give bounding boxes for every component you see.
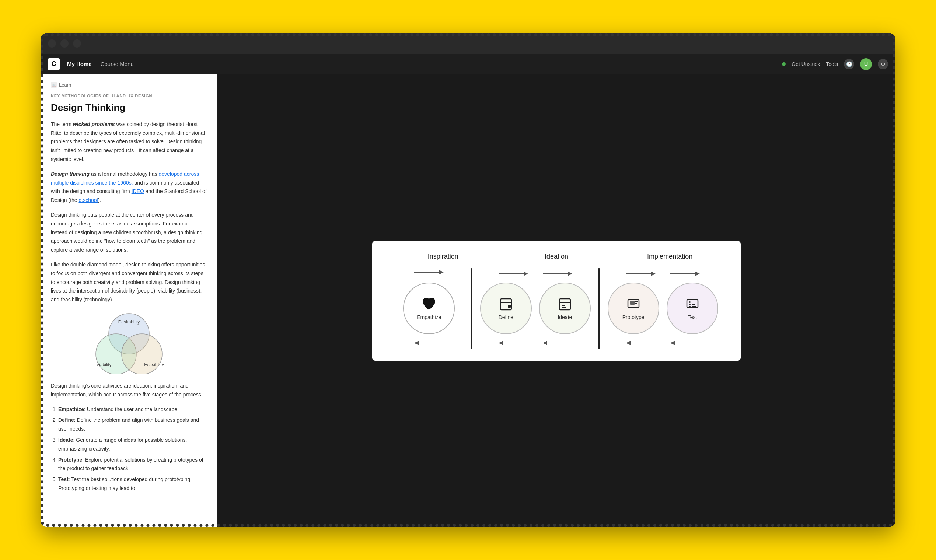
svg-marker-41 bbox=[626, 341, 631, 345]
traffic-light-1[interactable] bbox=[48, 39, 56, 48]
col-title-inspiration: Inspiration bbox=[387, 253, 499, 260]
ideation-circles: Define Ideate bbox=[480, 283, 591, 334]
svg-rect-16 bbox=[508, 305, 511, 308]
learn-label: Learn bbox=[59, 82, 71, 88]
arrows-top-2 bbox=[499, 269, 572, 278]
svg-point-38 bbox=[689, 306, 691, 307]
prototype-label: Prototype bbox=[622, 314, 645, 320]
ideate-label: Ideate bbox=[557, 314, 572, 320]
tools-button[interactable]: Tools bbox=[826, 61, 838, 67]
stage-ideate: Ideate bbox=[539, 283, 591, 334]
svg-rect-14 bbox=[500, 299, 511, 310]
svg-rect-30 bbox=[630, 301, 634, 305]
list-item-ideate: Ideate: Generate a range of ideas for po… bbox=[58, 436, 207, 454]
svg-point-36 bbox=[689, 303, 691, 305]
content-area: 📖 Learn KEY METHODOLOGIES OF UI AND UX D… bbox=[40, 74, 896, 527]
venn-diagram-container: Desirability Viability Feasibility bbox=[51, 312, 207, 374]
venn-diagram: Desirability Viability Feasibility bbox=[88, 312, 169, 374]
list-item-define: Define: Define the problem and align wit… bbox=[58, 416, 207, 434]
arrow-top-1 bbox=[414, 268, 444, 278]
nav-links: My Home Course Menu bbox=[67, 61, 782, 67]
ideate-icon bbox=[557, 297, 573, 312]
empathize-label: Empathize bbox=[417, 314, 441, 320]
link-dschool[interactable]: d.school bbox=[79, 197, 98, 203]
traffic-light-3[interactable] bbox=[73, 39, 81, 48]
stage-prototype: Prototype bbox=[608, 283, 659, 334]
nav-course-link[interactable]: Course Menu bbox=[101, 61, 134, 67]
svg-marker-26 bbox=[651, 272, 656, 276]
browser-window: C My Home Course Menu Get Unstuck Tools … bbox=[40, 33, 896, 527]
svg-rect-17 bbox=[559, 299, 570, 310]
article-para3: Design thinking puts people at the cente… bbox=[51, 211, 207, 255]
svg-marker-43 bbox=[670, 341, 675, 345]
test-label: Test bbox=[688, 314, 697, 320]
svg-text:Viability: Viability bbox=[96, 362, 111, 367]
svg-marker-24 bbox=[543, 341, 547, 345]
nav-home-link[interactable]: My Home bbox=[67, 61, 92, 67]
arrow-bottom-1 bbox=[414, 338, 444, 349]
left-panel: 📖 Learn KEY METHODOLOGIES OF UI AND UX D… bbox=[40, 74, 217, 527]
clock-icon[interactable]: 🕐 bbox=[844, 59, 854, 69]
svg-marker-28 bbox=[695, 272, 700, 276]
arrows-bottom-3 bbox=[626, 338, 700, 348]
svg-marker-13 bbox=[568, 272, 572, 276]
user-avatar[interactable]: U bbox=[860, 58, 872, 70]
test-icon bbox=[685, 297, 700, 312]
col-inspiration: Empathize bbox=[387, 268, 471, 349]
col-title-ideation: Ideation bbox=[500, 253, 613, 260]
arrows-top-3 bbox=[626, 269, 700, 278]
learn-badge: 📖 Learn bbox=[51, 82, 207, 88]
status-dot bbox=[782, 62, 786, 66]
diagram-titles: Inspiration Ideation Implementation bbox=[387, 253, 726, 260]
empathize-icon bbox=[421, 297, 437, 312]
prototype-icon bbox=[626, 297, 641, 312]
stage-empathize: Empathize bbox=[403, 283, 455, 334]
nav-right: Get Unstuck Tools 🕐 U ⚙ bbox=[782, 58, 888, 70]
get-unstuck-button[interactable]: Get Unstuck bbox=[791, 61, 820, 67]
arrows-bottom-2 bbox=[499, 338, 572, 348]
settings-icon[interactable]: ⚙ bbox=[878, 59, 888, 69]
svg-marker-22 bbox=[499, 341, 503, 345]
section-label: KEY METHODOLOGIES OF UI AND UX DESIGN bbox=[51, 94, 207, 98]
list-item-empathize: Empathize: Understand the user and the l… bbox=[58, 405, 207, 414]
title-bar bbox=[40, 33, 896, 54]
article-list: Empathize: Understand the user and the l… bbox=[51, 405, 207, 493]
svg-text:Feasibility: Feasibility bbox=[144, 362, 164, 367]
col-title-implementation: Implementation bbox=[614, 253, 726, 260]
article-title: Design Thinking bbox=[51, 102, 207, 114]
article-para5: Design thinking's core activities are id… bbox=[51, 382, 207, 399]
list-item-test: Test: Test the best solutions developed … bbox=[58, 475, 207, 493]
diagram-card: Inspiration Ideation Implementation bbox=[372, 241, 741, 361]
learn-icon: 📖 bbox=[51, 82, 57, 88]
stage-test: Test bbox=[667, 283, 718, 334]
define-label: Define bbox=[499, 314, 513, 320]
col-implementation: Prototype bbox=[600, 269, 726, 348]
implementation-circles: Prototype bbox=[608, 283, 718, 334]
app-logo: C bbox=[48, 58, 60, 70]
list-item-prototype: Prototype: Explore potential solutions b… bbox=[58, 456, 207, 474]
nav-bar: C My Home Course Menu Get Unstuck Tools … bbox=[40, 54, 896, 74]
svg-marker-9 bbox=[414, 341, 419, 345]
col-ideation: Define Ideate bbox=[473, 269, 599, 348]
diagram-main: Empathize bbox=[387, 268, 726, 349]
article-para4: Like the double diamond model, design th… bbox=[51, 260, 207, 304]
link-ideo[interactable]: IDEO bbox=[132, 188, 144, 194]
stage-define: Define bbox=[480, 283, 532, 334]
define-icon bbox=[498, 297, 514, 312]
svg-marker-11 bbox=[523, 272, 528, 276]
right-panel: Inspiration Ideation Implementation bbox=[217, 74, 896, 527]
article-para1: The term wicked problems was coined by d… bbox=[51, 120, 207, 164]
traffic-light-2[interactable] bbox=[60, 39, 69, 48]
svg-point-2 bbox=[122, 334, 162, 374]
svg-point-34 bbox=[689, 302, 691, 303]
svg-text:Desirability: Desirability bbox=[118, 319, 140, 325]
svg-marker-7 bbox=[439, 270, 444, 274]
article-para2: Design thinking as a formal methodology … bbox=[51, 170, 207, 205]
